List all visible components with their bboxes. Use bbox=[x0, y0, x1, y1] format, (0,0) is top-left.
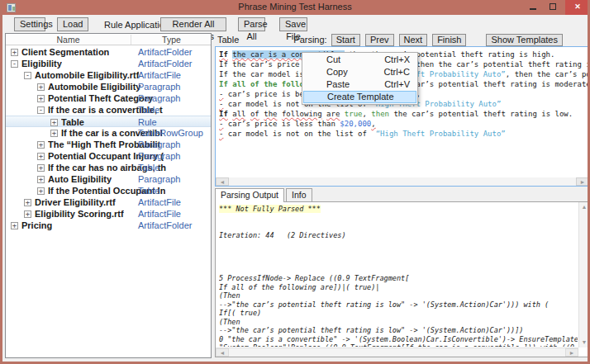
scroll-down-icon[interactable]: ▼ bbox=[579, 338, 589, 347]
scroll-right-icon[interactable]: ► bbox=[576, 177, 589, 186]
tree-column-type[interactable]: Type bbox=[132, 35, 211, 45]
tree-row[interactable]: +If the car is a convertiblTableRowGroup bbox=[6, 127, 211, 139]
tree-row[interactable]: -EligibilityArtifactFolder bbox=[6, 58, 211, 69]
show-templates-button[interactable]: Show Templates bbox=[486, 34, 563, 46]
expand-icon[interactable]: + bbox=[50, 130, 58, 137]
load-files-button[interactable]: Load Files bbox=[57, 17, 88, 31]
expand-icon[interactable]: + bbox=[37, 83, 45, 91]
expand-icon[interactable]: + bbox=[37, 164, 45, 172]
output-vscrollbar[interactable]: ▲ ▼ bbox=[578, 202, 589, 347]
expand-icon[interactable]: + bbox=[24, 199, 31, 206]
scroll-left-icon[interactable]: ◄ bbox=[216, 348, 229, 357]
menu-item-paste[interactable]: PasteCtrl+V bbox=[303, 78, 416, 91]
menu-item-cut[interactable]: CutCtrl+X bbox=[303, 54, 416, 66]
tree-item-name: Automobile Eligibility.rtf bbox=[35, 70, 139, 80]
menu-item-create-template[interactable]: Create Template bbox=[303, 91, 416, 103]
maximize-button[interactable] bbox=[544, 0, 562, 15]
maximize-icon bbox=[550, 3, 556, 10]
expand-icon[interactable]: + bbox=[11, 49, 18, 56]
parsing-output-text[interactable]: *** Not Fully Parsed *** Iteration: 44 (… bbox=[219, 205, 578, 347]
tree-item-type: Table bbox=[138, 163, 159, 173]
expand-icon[interactable]: + bbox=[11, 222, 18, 229]
rule-text-line: - car model is not on the list of “High … bbox=[216, 129, 589, 139]
expand-icon[interactable]: + bbox=[37, 176, 45, 183]
expand-icon[interactable]: + bbox=[50, 119, 58, 126]
parsing-toolbar: Parsing: StartPrevNextFinishShow Templat… bbox=[293, 33, 588, 46]
output-line bbox=[219, 222, 578, 231]
editor-title: Table bbox=[217, 35, 239, 45]
minimize-button[interactable] bbox=[524, 0, 542, 15]
collapse-icon[interactable]: - bbox=[11, 60, 18, 68]
menu-item-shortcut: Ctrl+C bbox=[384, 66, 410, 78]
output-line: (Then bbox=[219, 291, 578, 300]
tab-info[interactable]: Info bbox=[286, 188, 312, 201]
tab-parsing-output[interactable]: Parsing Output bbox=[215, 188, 284, 202]
settings-button[interactable]: Settings bbox=[14, 17, 45, 31]
save-file-button[interactable]: Save File bbox=[279, 17, 307, 31]
output-line bbox=[219, 257, 578, 266]
tree-row[interactable]: +PricingArtifactFolder bbox=[6, 220, 211, 231]
expand-icon[interactable]: + bbox=[37, 187, 45, 195]
titlebar: Phrase Mining Test Harness ✕ bbox=[0, 0, 590, 15]
tree-item-type: ArtifactFolder bbox=[138, 220, 192, 230]
output-line: Iteration: 44 (2 Directives) bbox=[219, 231, 578, 240]
collapse-icon[interactable]: - bbox=[37, 106, 45, 114]
tree-item-name: Auto Eligibility bbox=[48, 174, 112, 184]
menu-item-label: Copy bbox=[326, 66, 348, 78]
expand-icon[interactable]: + bbox=[37, 153, 45, 160]
close-button[interactable]: ✕ bbox=[565, 0, 590, 15]
tree-row[interactable]: +Driver Eligibility.rtfArtifactFile bbox=[6, 196, 211, 208]
parsing-label: Parsing: bbox=[293, 35, 326, 45]
tree-row[interactable]: -If the car is a convertible, tTable bbox=[6, 104, 211, 116]
render-all-rule-apps-button[interactable]: Render All Rule Apps bbox=[160, 17, 226, 31]
scroll-up-icon[interactable]: ▲ bbox=[579, 202, 589, 212]
output-panel: *** Not Fully Parsed *** Iteration: 44 (… bbox=[215, 201, 590, 357]
tree-row[interactable]: +Auto EligibilityParagraph bbox=[6, 173, 211, 185]
next-button[interactable]: Next bbox=[399, 34, 428, 46]
tree-item-name: Eligibility Scoring.rtf bbox=[35, 209, 124, 219]
expand-icon[interactable]: + bbox=[37, 141, 45, 149]
output-hscrollbar[interactable]: ◄ ► bbox=[216, 347, 578, 357]
tree-item-type: ArtifactFile bbox=[138, 70, 181, 80]
tree-row[interactable]: +Client SegmentationArtifactFolder bbox=[6, 46, 211, 58]
menu-item-shortcut: Ctrl+X bbox=[384, 54, 410, 66]
artifact-tree: Name Type +Client SegmentationArtifactFo… bbox=[5, 33, 212, 358]
tree-row[interactable]: +Potential Theft CategoryParagraph bbox=[6, 92, 211, 104]
tree-item-type: ArtifactFolder bbox=[138, 59, 192, 69]
tree-column-name[interactable]: Name bbox=[6, 35, 131, 45]
tree-item-type: Table bbox=[138, 105, 159, 115]
scroll-right-icon[interactable]: ► bbox=[565, 348, 578, 357]
tree-row[interactable]: +Eligibility Scoring.rtfArtifactFile bbox=[6, 208, 211, 220]
context-menu: CutCtrl+XCopyCtrl+CPasteCtrl+VCreate Tem… bbox=[302, 52, 418, 105]
rule-editor-hscrollbar[interactable]: ◄ ► bbox=[216, 177, 589, 186]
tree-header: Name Type bbox=[6, 34, 211, 45]
output-line: (Then bbox=[219, 318, 578, 327]
output-line: *** Not Fully Parsed *** bbox=[219, 205, 578, 214]
start-button[interactable]: Start bbox=[331, 34, 360, 46]
expand-icon[interactable]: + bbox=[24, 210, 31, 218]
menu-item-label: Paste bbox=[326, 78, 350, 91]
expand-icon[interactable]: + bbox=[37, 95, 45, 102]
tree-row[interactable]: -Automobile Eligibility.rtfArtifactFile bbox=[6, 69, 211, 81]
rule-text-line: - car’s price is less than $20,000, bbox=[216, 119, 589, 129]
finish-button[interactable]: Finish bbox=[432, 34, 466, 46]
tree-row[interactable]: +If the Potential Occupant InTable bbox=[6, 185, 211, 196]
tree-row[interactable]: +TableRule bbox=[6, 116, 211, 127]
tree-item-type: Paragraph bbox=[138, 139, 180, 149]
tree-item-name: Automobile Eligibility bbox=[48, 82, 140, 92]
scroll-left-icon[interactable]: ◄ bbox=[216, 177, 229, 186]
tree-item-type: Paragraph bbox=[138, 93, 180, 103]
output-line: -->"the car’s potential theft rating is … bbox=[219, 300, 578, 310]
menu-item-shortcut: Ctrl+V bbox=[384, 78, 410, 91]
output-line: "System.Boolean"|Replace ((0.0 TextFragm… bbox=[219, 343, 578, 347]
collapse-icon[interactable]: - bbox=[24, 72, 31, 79]
prev-button[interactable]: Prev bbox=[365, 34, 394, 46]
parse-all-button[interactable]: Parse All bbox=[238, 17, 265, 31]
tree-row[interactable]: +Automobile EligibilityParagraph bbox=[6, 81, 211, 92]
tree-item-type: Paragraph bbox=[138, 174, 180, 184]
menu-item-copy[interactable]: CopyCtrl+C bbox=[303, 66, 416, 78]
tree-row[interactable]: +If the car has no airbags, thTable bbox=[6, 162, 211, 173]
output-tabs: Parsing OutputInfo bbox=[215, 188, 314, 201]
tree-row[interactable]: +Potential Occupant Injury (Paragraph bbox=[6, 150, 211, 162]
tree-row[interactable]: +The “High Theft ProbabilitParagraph bbox=[6, 139, 211, 150]
